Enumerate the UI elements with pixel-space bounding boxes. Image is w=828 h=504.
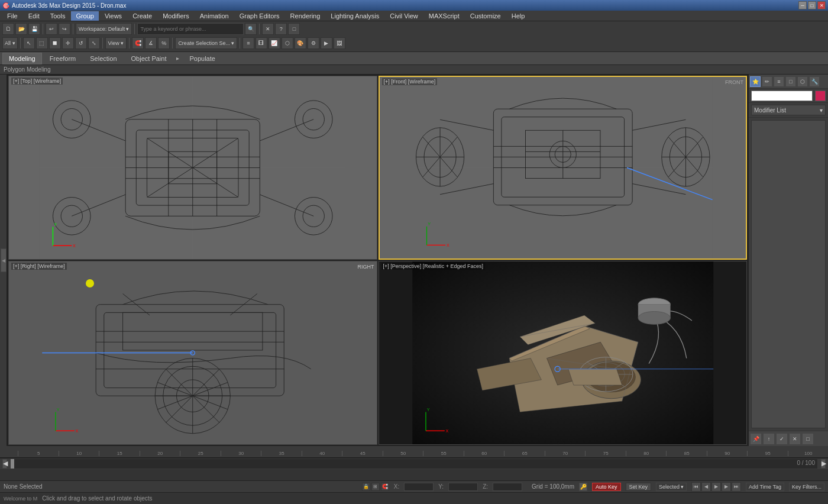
- ribbon-tab-selection[interactable]: Selection: [83, 53, 123, 64]
- modifier-list-dropdown[interactable]: Modifier List ▾: [751, 105, 826, 115]
- viewport-top-right[interactable]: [+] [Front] [Wireframe] FRONT: [379, 76, 748, 260]
- menu-item-customize[interactable]: Customize: [465, 11, 506, 21]
- menu-item-tools[interactable]: Tools: [46, 11, 70, 21]
- ruler-mark-85: 85: [666, 451, 707, 456]
- scale-button[interactable]: ⤡: [88, 37, 100, 49]
- ribbon-tab-populate[interactable]: Populate: [183, 53, 221, 64]
- set-key-button[interactable]: Set Key: [626, 483, 652, 491]
- maximize-button[interactable]: □: [808, 1, 816, 9]
- open-button[interactable]: 📂: [15, 23, 27, 35]
- create-selection-dropdown[interactable]: Create Selection Se... ▾: [175, 37, 237, 49]
- save-button[interactable]: 💾: [28, 23, 40, 35]
- make-unique-button[interactable]: ✓: [776, 433, 788, 445]
- add-time-tag-button[interactable]: Add Time Tag: [746, 483, 784, 491]
- layer-btn[interactable]: ≡: [242, 37, 254, 49]
- rp-icon-star[interactable]: ⭐: [750, 76, 761, 87]
- rp-icon-edit[interactable]: ✏: [762, 76, 772, 87]
- grid-button[interactable]: ⊞: [371, 483, 380, 491]
- play-button[interactable]: ▶: [711, 482, 721, 492]
- timeline-playhead[interactable]: [11, 459, 14, 469]
- ribbon-btn[interactable]: 🎞: [255, 37, 267, 49]
- menu-item-views[interactable]: Views: [100, 11, 127, 21]
- rp-icon-hierarchy[interactable]: ≡: [774, 76, 784, 87]
- ribbon-tab-object-paint[interactable]: Object Paint: [125, 53, 173, 64]
- curve-editor-btn[interactable]: 📈: [269, 37, 280, 49]
- prev-frame-button[interactable]: ◀: [701, 482, 711, 492]
- move-button[interactable]: ✛: [62, 37, 74, 49]
- menu-item-maxscript[interactable]: MAXScript: [424, 11, 464, 21]
- angle-snap-btn[interactable]: ∡: [145, 37, 157, 49]
- app-title: Autodesk 3ds Max Design 2015 - Dron.max: [12, 2, 126, 9]
- next-frame-button[interactable]: ▶: [722, 482, 731, 492]
- rotate-button[interactable]: ↺: [75, 37, 87, 49]
- magnet-button[interactable]: 🧲: [381, 483, 389, 491]
- search-input[interactable]: [140, 26, 241, 32]
- render-btn[interactable]: ▶: [321, 37, 332, 49]
- select-button[interactable]: ↖: [23, 37, 35, 49]
- render-frame-btn[interactable]: 🖼: [334, 37, 345, 49]
- auto-key-button[interactable]: Auto Key: [592, 483, 621, 491]
- percent-snap-btn[interactable]: %: [158, 37, 170, 49]
- rp-icon-display[interactable]: ⬡: [797, 76, 808, 87]
- menu-item-lighting-analysis[interactable]: Lighting Analysis: [326, 11, 384, 21]
- ruler-mark-100: 100: [788, 451, 829, 456]
- key-filters-button[interactable]: Key Filters...: [789, 483, 824, 491]
- snap-btn[interactable]: 🧲: [132, 37, 144, 49]
- show-end-result-button[interactable]: ↑: [763, 433, 775, 445]
- z-coord-input[interactable]: [493, 483, 522, 491]
- color-input-box[interactable]: [751, 91, 813, 101]
- select-filter-dropdown[interactable]: All ▾: [2, 37, 18, 49]
- left-handle-button[interactable]: ◀: [1, 248, 7, 272]
- close-search-button[interactable]: ✕: [262, 23, 274, 35]
- menu-item-animation[interactable]: Animation: [195, 11, 234, 21]
- rp-icon-motion[interactable]: □: [785, 76, 796, 87]
- undo-button[interactable]: ↩: [46, 23, 57, 35]
- menu-item-civil-view[interactable]: Civil View: [385, 11, 422, 21]
- goto-end-button[interactable]: ⏭: [732, 482, 741, 492]
- menu-item-modifiers[interactable]: Modifiers: [158, 11, 194, 21]
- maximize-app-button[interactable]: □: [288, 23, 300, 35]
- select-region-button[interactable]: ⬚: [36, 37, 48, 49]
- remove-modifier-button[interactable]: ✕: [789, 433, 801, 445]
- close-button[interactable]: ✕: [817, 1, 826, 9]
- menu-item-group[interactable]: Group: [71, 11, 99, 21]
- color-swatch[interactable]: [815, 91, 826, 101]
- mat-editor-btn[interactable]: 🎨: [295, 37, 306, 49]
- timeline-track[interactable]: 0 / 100: [11, 459, 817, 469]
- ribbon-more-button[interactable]: ▸: [174, 53, 182, 63]
- viewport-bottom-right[interactable]: [+] [Perspective] [Realistic + Edged Fac…: [379, 261, 748, 445]
- view-dropdown[interactable]: View ▾: [105, 37, 127, 49]
- menu-item-rendering[interactable]: Rendering: [286, 11, 325, 21]
- new-button[interactable]: 🗋: [2, 23, 14, 35]
- viewport-bottom-left[interactable]: [+] [Right] [Wireframe] RIGHT: [8, 261, 377, 445]
- menu-item-edit[interactable]: Edit: [24, 11, 44, 21]
- lock-button[interactable]: 🔒: [362, 483, 370, 491]
- goto-start-button[interactable]: ⏮: [691, 482, 701, 492]
- schematic-btn[interactable]: ⬡: [282, 37, 293, 49]
- viewport-top-left[interactable]: [+] [Top] [Wireframe]: [8, 76, 377, 260]
- rp-icon-utilities[interactable]: 🔧: [809, 76, 820, 87]
- ribbon-tab-modeling[interactable]: Modeling: [2, 53, 42, 64]
- timeline-right-arrow[interactable]: ▶: [821, 459, 826, 469]
- menu-item-help[interactable]: Help: [507, 11, 530, 21]
- ribbon-tab-freeform[interactable]: Freeform: [43, 53, 83, 64]
- pin-stack-button[interactable]: 📌: [750, 433, 762, 445]
- minimize-button[interactable]: ─: [798, 1, 807, 9]
- selected-filter-dropdown[interactable]: Selected ▾: [656, 483, 687, 491]
- menu-item-file[interactable]: File: [2, 11, 22, 21]
- help-button[interactable]: ?: [275, 23, 287, 35]
- svg-text:X: X: [76, 428, 79, 434]
- y-coord-input[interactable]: [448, 483, 478, 491]
- timeline-left-arrow[interactable]: ◀: [2, 459, 7, 469]
- menu-item-create[interactable]: Create: [128, 11, 157, 21]
- workspace-dropdown[interactable]: Workspace: Default ▾: [76, 23, 132, 35]
- configure-sets-button[interactable]: □: [802, 433, 814, 445]
- x-coord-input[interactable]: [404, 483, 434, 491]
- render-setup-btn[interactable]: ⚙: [308, 37, 319, 49]
- redo-button[interactable]: ↪: [59, 23, 70, 35]
- key-icon[interactable]: 🔑: [579, 483, 587, 491]
- lasso-select-button[interactable]: 🔲: [49, 37, 61, 49]
- ruler-mark-95: 95: [747, 451, 788, 456]
- search-button[interactable]: 🔍: [245, 23, 257, 35]
- menu-item-graph-editors[interactable]: Graph Editors: [235, 11, 284, 21]
